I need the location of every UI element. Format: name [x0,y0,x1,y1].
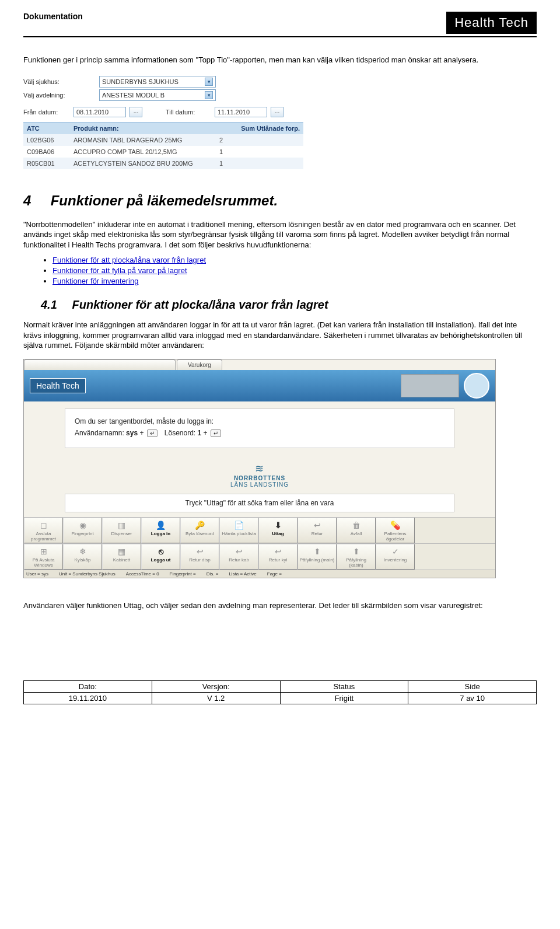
btn-dispenser[interactable]: ▥Dispenser [102,518,141,543]
hospital-value: SUNDERBYNS SJUKHUS [102,78,178,85]
link-fylla[interactable]: Funktioner för att fylla på varor på lag… [52,266,187,275]
btn-retur[interactable]: ↩Retur [298,518,337,543]
btn-fingerprint[interactable]: ◉Fingerprint [63,518,102,543]
section-4-1-heading: 4.1 Funktioner för att plocka/låna varor… [41,298,537,312]
hospital-select[interactable]: SUNDERBYNS SJUKHUS ▾ [99,76,216,88]
kiosk-screenshot: Varukorg Health Tech Om du ser tangentbo… [23,359,496,578]
hospital-label: Välj sjukhus: [23,78,99,85]
to-date-label: Till datum: [166,109,211,116]
banner-logo: Health Tech [30,378,86,393]
page-header: Dokumentation Health Tech [23,12,537,37]
btn-retur-kyl[interactable]: ↩Retur kyl [258,544,298,570]
status-unit: Unit = Sunderbyns Sjukhus [59,571,116,577]
link-inventering[interactable]: Funktioner för inventering [52,277,138,285]
status-dis: Dis. = [206,571,219,577]
status-lista: Lista = Active [229,571,256,577]
footer-v-status: Frigitt [280,693,408,704]
from-date-picker-button[interactable]: ... [130,107,142,117]
login-box: Om du ser tangentbordet, måste du logga … [65,408,454,448]
btn-logga-in[interactable]: 👤Logga in [141,518,180,543]
to-date-picker-button[interactable]: ... [271,107,284,117]
from-date-input[interactable]: 08.11.2010 [74,107,126,117]
btn-retur-kab[interactable]: ↩Retur kab [219,544,258,570]
col-sum: Sum Utlånade forp. [216,122,303,134]
from-date-label: Från datum: [23,109,70,116]
enter-key-icon: ↵ [211,429,221,437]
btn-inventering[interactable]: ✓Inventering [376,544,415,570]
btn-hamta-plocklista[interactable]: 📄Hämta plocklista [219,518,258,543]
table-row: L02BG06 AROMASIN TABL DRAGERAD 25MG 2 [23,134,303,146]
banner: Health Tech [24,370,495,401]
btn-logga-ut[interactable]: ⎋Logga ut [141,544,180,570]
login-instruction: Om du ser tangentbordet, måste du logga … [75,417,444,425]
plus-sign: + [139,429,144,437]
report-filter-screenshot: Välj sjukhus: SUNDERBYNS SJUKHUS ▾ Välj … [23,76,332,169]
link-plocka[interactable]: Funktioner för att plocka/låna varor frå… [52,256,206,264]
col-product: Produkt namn: [70,122,216,134]
footer-v-side: 7 av 10 [408,693,537,704]
status-user: User = sys [26,571,48,577]
btn-pafyllning-kabin[interactable]: ⬆Påfyllning (kabin) [337,544,376,570]
col-atc: ATC [23,122,70,134]
dept-select[interactable]: ANESTESI MODUL B ▾ [99,89,216,101]
tryck-uttag-message: Tryck "Uttag" för att söka fram eller lå… [65,494,454,512]
btn-patientens-agodelar[interactable]: 💊Patientens ägodelar [376,518,415,543]
to-date-input[interactable]: 11.11.2010 [215,107,267,117]
password-value: 1 [198,429,202,437]
chevron-down-icon[interactable]: ▾ [205,78,213,86]
brand-logo: Health Tech [446,12,537,34]
btn-pafyllning-main[interactable]: ⬆Påfyllning (main) [298,544,337,570]
section-4-1-paragraph: Normalt kräver inte anläggningen att anv… [23,320,537,351]
username-label: Användarnamn: [75,429,124,437]
tab-blank[interactable] [24,359,176,370]
section-4-heading: 4 Funktioner på läkemedelsrummet. [23,193,537,209]
btn-avfall[interactable]: 🗑Avfall [337,518,376,543]
footer-h-side: Side [408,681,537,693]
norrbotten-logo: ≋ NORRBOTTENS LÄNS LANDSTING [24,462,495,488]
table-row: C09BA06 ACCUPRO COMP TABL 20/12,5MG 1 [23,146,303,158]
btn-uttag[interactable]: ⬇Uttag [258,518,298,543]
username-value: sys [126,429,138,437]
footer-h-status: Status [280,681,408,693]
btn-avsluta-windows[interactable]: ⊞På Avsluta Windows [24,544,63,570]
norrbotten-icon: ≋ [24,462,495,475]
toolbar-row-1: ◻Avsluta programmet ◉Fingerprint ▥Dispen… [24,517,495,543]
function-links-list: Funktioner för att plocka/låna varor frå… [52,256,537,285]
doc-title: Dokumentation [23,12,83,21]
footer-v-versjon: V 1.2 [152,693,280,704]
plus-sign: + [204,429,208,437]
btn-byta-losenord[interactable]: 🔑Byta lösenord [180,518,219,543]
nurse-icon [464,373,489,399]
btn-kylskap[interactable]: ❄Kylskåp [63,544,102,570]
tab-varukorg[interactable]: Varukorg [177,359,222,370]
status-accesstime: AccessTime = 0 [126,571,159,577]
password-label: Lösenord: [164,429,195,437]
toolbar-row-2: ⊞På Avsluta Windows ❄Kylskåp ▦Kabinett ⎋… [24,543,495,570]
footer-table: Dato: Versjon: Status Side 19.11.2010 V … [23,680,537,704]
intro-paragraph: Funktionen ger i princip samma informati… [23,55,537,65]
enter-key-icon: ↵ [147,429,158,437]
status-fingerprint: Fingerprint = [170,571,196,577]
status-bar: User = sys Unit = Sunderbyns Sjukhus Acc… [24,570,495,578]
btn-avsluta-programmet[interactable]: ◻Avsluta programmet [24,518,63,543]
section-4-paragraph: "Norrbottenmodellen" inkluderar inte en … [23,219,537,250]
footer-h-versjon: Versjon: [152,681,280,693]
after-screenshot-paragraph: Användaren väljer funktionen Uttag, och … [23,600,537,611]
equipment-icon [401,374,459,397]
atc-table: ATC Produkt namn: Sum Utlånade forp. L02… [23,122,303,169]
chevron-down-icon[interactable]: ▾ [205,91,213,99]
footer-v-dato: 19.11.2010 [24,693,152,704]
dept-label: Välj avdelning: [23,92,99,99]
table-row: R05CB01 ACETYLCYSTEIN SANDOZ BRU 200MG 1 [23,158,303,169]
btn-retur-disp[interactable]: ↩Retur disp [180,544,219,570]
tabs: Varukorg [24,359,495,370]
dept-value: ANESTESI MODUL B [102,92,164,99]
status-fage: Fage = [267,571,282,577]
footer-h-dato: Dato: [24,681,152,693]
btn-kabinett[interactable]: ▦Kabinett [102,544,141,570]
